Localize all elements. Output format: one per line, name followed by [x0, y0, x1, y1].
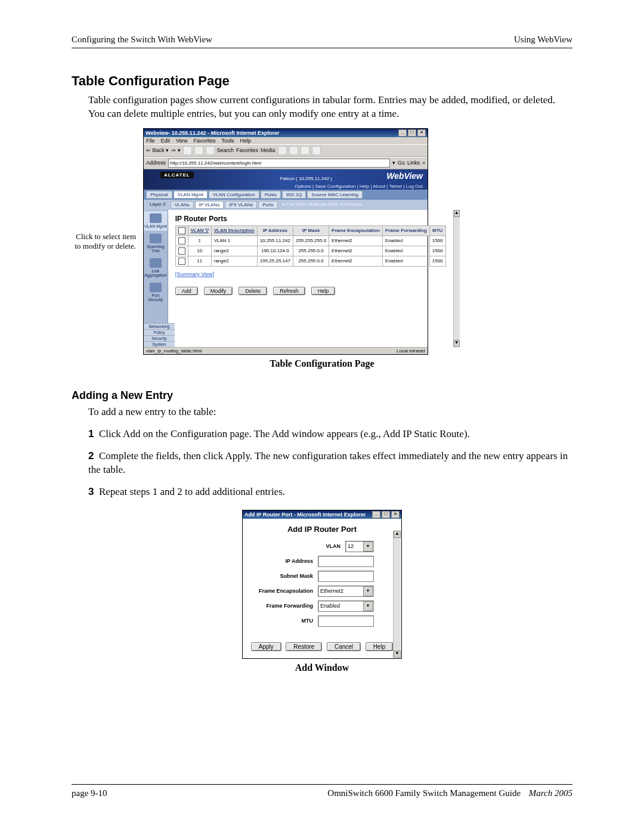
search-button[interactable]: Search — [217, 147, 234, 153]
vlan-select[interactable]: 12 ▾ — [345, 541, 374, 552]
enc-select[interactable]: Ethernet2 ▾ — [318, 586, 374, 597]
portsecurity-icon — [150, 283, 162, 292]
col-mtu[interactable]: MTU — [429, 225, 445, 236]
scroll-down-icon[interactable]: ▼ — [454, 340, 460, 347]
menu-file[interactable]: File — [146, 138, 155, 144]
main-panel: IP Router Ports VLAN ▽ VLAN Description … — [168, 210, 453, 347]
col-ip[interactable]: IP Address — [257, 225, 293, 236]
tabbar-primary[interactable]: Physical VLAN Mgmt VLAN Configuration Ru… — [144, 190, 428, 200]
fwd-select[interactable]: Enabled ▾ — [318, 600, 374, 612]
scroll-up-icon[interactable]: ▲ — [454, 210, 460, 217]
restore-button[interactable]: Restore — [286, 642, 322, 651]
help-button[interactable]: Help — [366, 642, 394, 651]
browser-toolbar[interactable]: ⇐ Back ▾ ⇒ ▾ Search Favorites Media — [144, 144, 428, 157]
scroll-up-icon[interactable]: ▲ — [394, 531, 401, 538]
maximize-icon[interactable]: □ — [408, 129, 416, 137]
sidebar-foot-item[interactable]: Networking — [144, 323, 175, 329]
checkbox-header[interactable] — [178, 227, 185, 234]
address-input[interactable]: http://10.255.11.242/web/content/login.h… — [168, 159, 390, 168]
minimize-icon[interactable]: _ — [398, 129, 407, 137]
media-button[interactable]: Media — [261, 147, 275, 153]
summary-view-link[interactable]: [Summary View] — [175, 271, 214, 277]
home-icon[interactable] — [206, 146, 215, 155]
close-icon[interactable]: × — [391, 511, 400, 518]
favorites-button[interactable]: Favorites — [236, 147, 258, 153]
subtab-vlans[interactable]: VLANs — [171, 201, 194, 209]
checkbox-row[interactable] — [178, 237, 185, 244]
help-button[interactable]: Help — [311, 287, 336, 295]
subtab-ipxvlans[interactable]: IPX VLANs — [225, 201, 257, 209]
mail-icon[interactable] — [289, 146, 298, 155]
chevron-down-icon[interactable]: ▾ — [363, 601, 373, 611]
go-button[interactable]: Go — [398, 160, 405, 166]
close-icon[interactable]: × — [417, 129, 426, 137]
delete-button[interactable]: Delete — [239, 287, 267, 295]
minimize-icon[interactable]: _ — [372, 511, 380, 518]
sidebar-footer[interactable]: Networking Policy Security System — [144, 323, 175, 347]
sidebar-item-label: VLAN Mgmt — [144, 224, 167, 228]
menu-view[interactable]: View — [176, 138, 187, 144]
menu-help[interactable]: Help — [240, 138, 251, 144]
links-button[interactable]: Links — [407, 160, 420, 166]
menu-favorites[interactable]: Favorites — [193, 138, 215, 144]
apply-button[interactable]: Apply — [251, 642, 281, 651]
vertical-scrollbar[interactable]: ▲ ▼ — [393, 531, 401, 658]
scroll-down-icon[interactable]: ▼ — [394, 651, 401, 658]
tab-vlan-mgmt[interactable]: VLAN Mgmt — [174, 191, 208, 199]
table-row[interactable]: 11 range2 195.25.25.147 255.255.0.0 Ethe… — [175, 256, 445, 266]
sidebar-item-label: Port Security — [144, 293, 167, 302]
sidebar-item-vlanmgmt[interactable]: VLAN Mgmt — [144, 211, 168, 231]
history-icon[interactable] — [278, 146, 287, 155]
print-icon[interactable] — [301, 146, 309, 155]
webview-brand: WebView — [386, 171, 423, 181]
add-button[interactable]: Add — [175, 287, 198, 295]
tab-src-mac[interactable]: Source MAC Learning — [307, 191, 363, 199]
tab-rules[interactable]: Rules — [261, 191, 281, 199]
maximize-icon[interactable]: □ — [382, 511, 390, 518]
tab-8021q[interactable]: 802.1Q — [282, 191, 306, 199]
col-enc[interactable]: Frame Encapsulation — [329, 225, 383, 236]
stop-icon[interactable] — [183, 146, 192, 155]
sidebar-foot-item[interactable]: System — [144, 341, 175, 347]
footer-page: page 9-10 — [72, 788, 107, 798]
sidebar-item-portsecurity[interactable]: Port Security — [144, 280, 168, 304]
tabbar-secondary[interactable]: Layer 2 VLANs IP VLANs IPX VLANs Ports ▸… — [144, 200, 428, 210]
window-title: Webview- 10.255.11.242 - Microsoft Inter… — [145, 130, 279, 136]
menu-edit[interactable]: Edit — [161, 138, 171, 144]
forward-button[interactable]: ⇒ ▾ — [171, 147, 181, 153]
enc-label: Frame Encapsulation — [259, 588, 313, 594]
webview-top-links[interactable]: Options | Save Configuration | Help | Ab… — [295, 184, 423, 189]
tab-physical[interactable]: Physical — [146, 191, 172, 199]
checkbox-row[interactable] — [178, 247, 185, 255]
ip-input[interactable] — [318, 556, 374, 567]
sidebar-item-linkagg[interactable]: Link Aggregation — [144, 256, 168, 280]
checkbox-row[interactable] — [178, 258, 185, 265]
col-mask[interactable]: IP Mask — [293, 225, 329, 236]
subtab-ports[interactable]: Ports — [258, 201, 278, 209]
table-row[interactable]: 10 range2 190.10.124.0 255.255.0.0 Ether… — [175, 246, 445, 256]
menu-tools[interactable]: Tools — [221, 138, 234, 144]
subtab-ipvlans[interactable]: IP VLANs — [195, 201, 224, 209]
vertical-scrollbar[interactable]: ▲ ▼ — [453, 210, 460, 347]
back-button[interactable]: ⇐ Back ▾ — [146, 147, 169, 153]
mask-input[interactable] — [318, 571, 374, 582]
mtu-input[interactable] — [318, 615, 374, 627]
sidebar-item-spanningtree[interactable]: Spanning Tree — [144, 231, 168, 255]
refresh-button[interactable]: Refresh — [273, 287, 305, 295]
edit-icon[interactable] — [312, 146, 321, 155]
col-vlan[interactable]: VLAN ▽ — [188, 225, 211, 236]
left-sidebar[interactable]: VLAN Mgmt Spanning Tree Link Aggregation… — [144, 210, 168, 347]
col-vlan-desc[interactable]: VLAN Description — [211, 225, 257, 236]
sidebar-foot-item[interactable]: Policy — [144, 329, 175, 335]
chevron-down-icon[interactable]: ▾ — [363, 586, 373, 596]
refresh-icon[interactable] — [194, 146, 203, 155]
chevron-down-icon[interactable]: ▾ — [363, 541, 373, 552]
menubar[interactable]: File Edit View Favorites Tools Help — [144, 137, 428, 144]
tab-vlan-config[interactable]: VLAN Configuration — [209, 191, 259, 199]
sidebar-foot-item[interactable]: Security — [144, 335, 175, 341]
col-fwd[interactable]: Frame Forwarding — [383, 225, 430, 236]
page-header: Configuring the Switch With WebView Usin… — [72, 35, 572, 48]
modify-button[interactable]: Modify — [204, 287, 233, 295]
table-row[interactable]: 1 VLAN 1 10.255.11.242 255.255.255.0 Eth… — [175, 236, 445, 246]
cancel-button[interactable]: Cancel — [327, 642, 361, 651]
